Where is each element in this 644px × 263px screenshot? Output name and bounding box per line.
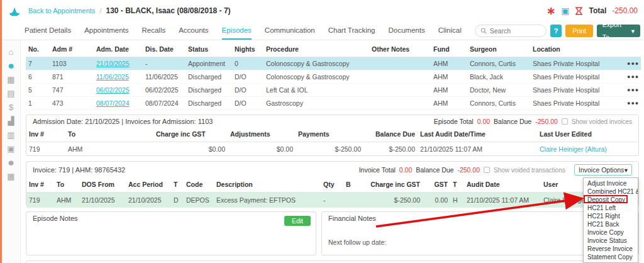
tab-chart-tracking[interactable]: Chart Tracking (328, 21, 375, 40)
table-row[interactable]: 719 AHM 21/10/2025 21/10/2025 D DEPOS Ex… (26, 193, 638, 208)
invoice-balance-due-value: -250.00 (457, 166, 480, 174)
menu-item-invoice-status[interactable]: Invoice Status (584, 237, 638, 245)
column-adm-date: Adm. Date (94, 42, 143, 57)
calendar-icon[interactable]: ▦ (2, 76, 20, 84)
table-row[interactable]: 7 1103 21/10/2025 - Appointment 0 Colono… (26, 57, 641, 70)
schedule-icon[interactable]: ▦ (2, 172, 20, 181)
menu-item-adjust-invoice[interactable]: Adjust Invoice (584, 179, 638, 187)
column-surgeon: Surgeon (467, 42, 530, 57)
tab-accounts[interactable]: Accounts (179, 21, 208, 40)
column-qty: Qty (321, 177, 343, 193)
cell-inv: 719 (26, 142, 65, 156)
tab-documents[interactable]: Documents (389, 21, 425, 40)
row-menu-icon[interactable]: ●●● (625, 57, 641, 70)
cell-last-audit: 21/10/2025 11:07 AM (418, 142, 537, 156)
edit-button[interactable]: Edit (284, 216, 311, 226)
tab-episodes[interactable]: Episodes (222, 21, 252, 40)
tab-recalls[interactable]: Recalls (142, 21, 165, 40)
search-box[interactable] (475, 25, 547, 37)
invoice-title: Invoice: 719 | AHM: 98765432 (33, 166, 125, 174)
menu-item-deposit-copy[interactable]: Deposit Copy (584, 196, 638, 204)
row-menu-icon[interactable]: ●●● (625, 97, 641, 110)
cell-adm: 473 (50, 97, 94, 110)
table-row[interactable]: 5 747 06/02/2025 06/02/2025 Discharged D… (26, 84, 641, 97)
breadcrumb-separator: / (99, 7, 101, 14)
cell-t1: D (171, 193, 184, 208)
cell-dis-date: 11/06/2025 (143, 70, 186, 84)
tab-patient-details[interactable]: Patient Details (25, 21, 71, 40)
cell-charge: $0.00 (153, 142, 228, 156)
cell-balance-due: $-250.00 (364, 142, 418, 156)
search-input[interactable] (490, 27, 541, 35)
column-to: To (54, 177, 79, 193)
column-audit-date: Audit Date (464, 177, 541, 193)
export-to-label: Export To (602, 18, 628, 43)
adm-date-link[interactable]: 21/10/2025 (96, 60, 130, 67)
table-row[interactable]: 719 AHM $0.00 $0.00 $-250.00 $-250.00 21… (26, 142, 638, 156)
cell-other-notes (369, 97, 431, 110)
episode-notes-title: Episode Notes (33, 215, 78, 222)
help-button[interactable]: ? (550, 25, 562, 37)
cell-nights: D/O (232, 97, 264, 110)
notes-icon[interactable]: ▤ (2, 89, 20, 98)
cell-no: 5 (26, 84, 50, 97)
back-to-appointments-link[interactable]: Back to Appointments (28, 7, 95, 14)
menu-item-combined-hc21-inv[interactable]: Combined HC21 & Inv (584, 187, 638, 196)
tab-communication[interactable]: Communication (265, 21, 315, 40)
cell-b (343, 193, 361, 208)
billing-icon[interactable]: $ (2, 103, 20, 111)
row-menu-icon[interactable]: ●●● (625, 84, 641, 97)
invoice-options-select[interactable]: Invoice Options ▾ (574, 164, 632, 176)
adm-date-link[interactable]: 06/02/2025 (96, 86, 130, 94)
export-to-button[interactable]: Export To ▾ (597, 25, 640, 37)
table-row[interactable]: 1 473 08/07/2024 08/07/2024 Discharged D… (26, 97, 641, 110)
hourglass-icon[interactable] (575, 7, 582, 15)
cell-description: Excess Payment: EFTPOS (214, 193, 321, 208)
claim-card-icon[interactable]: ▣ (561, 6, 569, 15)
cell-surgeon: Doctor, New (467, 84, 530, 97)
column-code: Code (184, 177, 214, 193)
contacts-icon[interactable]: ☻ (2, 159, 20, 167)
menu-item-invoice-copy[interactable]: Invoice Copy (584, 228, 638, 237)
column-procedure: Procedure (264, 42, 369, 57)
column-status: Status (186, 42, 232, 57)
menu-item-statement-copy[interactable]: Statement Copy (584, 253, 638, 261)
home-icon[interactable]: ⌂ (2, 48, 20, 56)
app-logo-icon (7, 3, 22, 18)
topbar-actions: ∗ ▣ Total -250.00 (547, 6, 638, 16)
adm-date-link[interactable]: 08/07/2024 (96, 99, 130, 107)
reports-icon[interactable]: ▟ (2, 117, 20, 125)
patients-icon[interactable]: ☻ (2, 62, 20, 70)
print-button[interactable]: Print (565, 25, 593, 37)
cell-location: Shaes Private Hospital (530, 70, 625, 84)
column-description: Description (214, 177, 321, 193)
adm-date-link[interactable]: 11/06/2025 (96, 73, 129, 81)
documents-icon[interactable]: ▥ (2, 131, 20, 139)
cell-gst: 0.00 (423, 193, 450, 208)
cell-status: Appointment (186, 57, 232, 70)
column-last-audit: Last Audit Date/Time (418, 126, 537, 142)
column-row-menu (625, 42, 641, 57)
cell-nights: D/O (232, 84, 264, 97)
invoice-balance-due-label: Balance Due (416, 166, 453, 174)
balance-due-value: -250.00 (535, 118, 558, 125)
cell-qty: - (321, 193, 343, 208)
show-voided-transactions-checkbox[interactable] (484, 167, 490, 173)
tab-clinical[interactable]: Clinical (438, 21, 462, 40)
cell-inv: 719 (26, 193, 54, 208)
menu-item-reverse-invoice[interactable]: Reverse Invoice (584, 245, 638, 253)
cell-status: Discharged (186, 70, 232, 84)
show-voided-invoices-checkbox[interactable] (562, 118, 568, 125)
invoice-options-label: Invoice Options (579, 166, 624, 174)
cards-icon[interactable]: ▣ (2, 145, 20, 153)
column-dos-from: DOS From (79, 177, 126, 193)
row-menu-icon[interactable]: ●●● (625, 70, 641, 84)
tab-appointments[interactable]: Appointments (84, 21, 128, 40)
menu-item-hc21-right[interactable]: HC21 Right (584, 212, 638, 220)
menu-item-hc21-back[interactable]: HC21 Back (584, 220, 638, 228)
menu-item-hc21-left[interactable]: HC21 Left (584, 204, 638, 212)
column-inv: Inv # (26, 126, 65, 142)
column-nights: Nights (232, 42, 264, 57)
table-row[interactable]: 6 871 11/06/2025 11/06/2025 Discharged D… (26, 70, 641, 84)
alert-asterisk-icon[interactable]: ∗ (547, 6, 555, 16)
